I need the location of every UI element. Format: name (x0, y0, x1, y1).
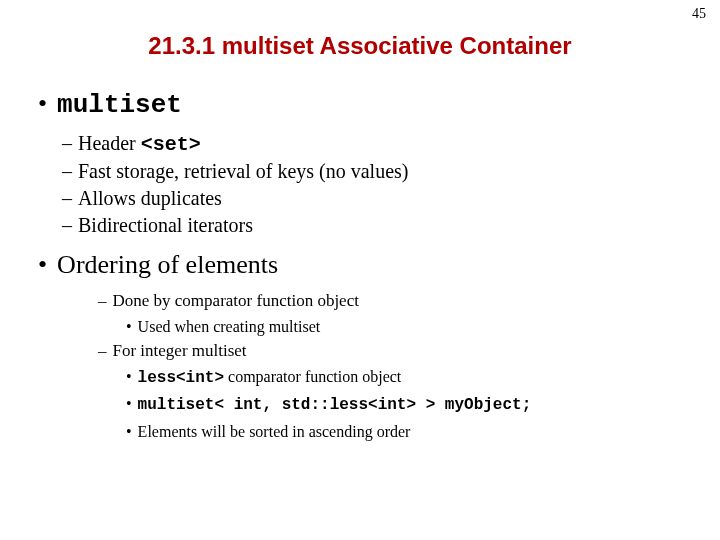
subsub-ascending: •Elements will be sorted in ascending or… (38, 419, 700, 445)
slide-content: •multiset –Header <set> –Fast storage, r… (0, 88, 720, 445)
sub-text: Header (78, 132, 141, 154)
slide-title: 21.3.1 multiset Associative Container (0, 32, 720, 60)
subsub-suffix: comparator function object (224, 368, 401, 385)
subsub-text: Elements will be sorted in ascending ord… (138, 423, 411, 440)
dot-icon: • (126, 423, 138, 440)
bullet-ordering: •Ordering of elements (38, 249, 700, 282)
subsub-mono: multiset< int, std::less<int> > myObject… (138, 396, 532, 414)
dash-icon: – (62, 132, 78, 154)
dash-icon: – (62, 187, 78, 209)
sub-text: For integer multiset (113, 341, 247, 360)
dash-icon: – (62, 160, 78, 182)
bullet-icon: • (38, 89, 57, 118)
sub-bidirectional: –Bidirectional iterators (38, 212, 700, 239)
dash-icon: – (98, 291, 113, 310)
sub-comparator: –Done by comparator function object (38, 289, 700, 314)
bullet-multiset: •multiset (38, 88, 700, 122)
sub-fast-storage: –Fast storage, retrieval of keys (no val… (38, 158, 700, 185)
sub-integer-multiset: –For integer multiset (38, 339, 700, 364)
sub-text: Bidirectional iterators (78, 214, 253, 236)
sub-text: Allows duplicates (78, 187, 222, 209)
dot-icon: • (126, 395, 138, 412)
sub-duplicates: –Allows duplicates (38, 185, 700, 212)
dot-icon: • (126, 318, 138, 335)
sub-text: Done by comparator function object (113, 291, 359, 310)
subsub-less-int: •less<int> comparator function object (38, 364, 700, 392)
sub-header-set: –Header <set> (38, 130, 700, 158)
bullet-text: multiset (57, 90, 182, 120)
subsub-mono: less<int> (138, 369, 224, 387)
subsub-multiset-decl: •multiset< int, std::less<int> > myObjec… (38, 391, 700, 419)
dash-icon: – (62, 214, 78, 236)
dot-icon: • (126, 368, 138, 385)
bullet-text: Ordering of elements (57, 250, 278, 279)
page-number: 45 (692, 6, 706, 22)
bullet-icon: • (38, 250, 57, 279)
sub-mono: <set> (141, 133, 201, 156)
subsub-text: Used when creating multiset (138, 318, 321, 335)
subsub-used-when: •Used when creating multiset (38, 314, 700, 340)
dash-icon: – (98, 341, 113, 360)
sub-text: Fast storage, retrieval of keys (no valu… (78, 160, 408, 182)
